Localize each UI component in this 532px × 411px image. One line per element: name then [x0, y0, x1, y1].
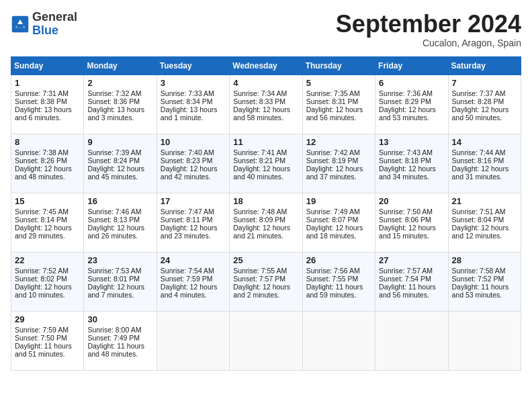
table-row: 23Sunrise: 7:53 AMSunset: 8:01 PMDayligh…	[84, 252, 157, 311]
table-row: 16Sunrise: 7:46 AMSunset: 8:13 PMDayligh…	[84, 193, 157, 252]
daylight-label: Daylight: 11 hours and 56 minutes.	[379, 283, 436, 299]
sunset-label: Sunset: 8:07 PM	[306, 216, 359, 224]
day-number: 18	[233, 196, 298, 206]
sunrise-label: Sunrise: 7:40 AM	[161, 148, 214, 156]
sunset-label: Sunset: 7:55 PM	[306, 275, 359, 283]
sunrise-label: Sunrise: 7:41 AM	[233, 148, 287, 156]
daylight-label: Daylight: 13 hours and 6 minutes.	[15, 105, 72, 122]
table-row: 8Sunrise: 7:38 AMSunset: 8:26 PMDaylight…	[11, 134, 84, 193]
daylight-label: Daylight: 11 hours and 51 minutes.	[15, 342, 72, 358]
sunrise-label: Sunrise: 7:51 AM	[452, 208, 506, 216]
sunrise-label: Sunrise: 7:57 AM	[379, 267, 433, 275]
sunset-label: Sunset: 8:34 PM	[161, 97, 213, 105]
calendar-row-0: 1Sunrise: 7:31 AMSunset: 8:38 PMDaylight…	[11, 75, 521, 134]
daylight-label: Daylight: 12 hours and 31 minutes.	[452, 165, 509, 181]
sunrise-label: Sunrise: 7:50 AM	[379, 208, 433, 216]
sunrise-label: Sunrise: 7:35 AM	[306, 89, 360, 97]
logo: General Blue	[11, 11, 77, 38]
day-number: 22	[15, 255, 80, 265]
sunset-label: Sunset: 7:50 PM	[15, 334, 67, 342]
sunrise-label: Sunrise: 7:46 AM	[87, 208, 141, 216]
table-row: 10Sunrise: 7:40 AMSunset: 8:23 PMDayligh…	[157, 134, 229, 193]
calendar-row-3: 22Sunrise: 7:52 AMSunset: 8:02 PMDayligh…	[11, 252, 521, 311]
sunset-label: Sunset: 8:33 PM	[233, 97, 285, 105]
day-number: 12	[306, 137, 371, 147]
sunset-label: Sunset: 8:02 PM	[15, 275, 67, 283]
day-number: 26	[306, 255, 371, 265]
daylight-label: Daylight: 12 hours and 48 minutes.	[15, 165, 72, 181]
table-row: 26Sunrise: 7:56 AMSunset: 7:55 PMDayligh…	[302, 252, 375, 311]
table-row: 29Sunrise: 7:59 AMSunset: 7:50 PMDayligh…	[11, 311, 84, 370]
daylight-label: Daylight: 12 hours and 4 minutes.	[161, 283, 218, 299]
sunrise-label: Sunrise: 7:53 AM	[87, 267, 141, 275]
sunset-label: Sunset: 8:14 PM	[15, 216, 67, 224]
day-number: 14	[452, 137, 517, 147]
sunset-label: Sunset: 8:18 PM	[379, 156, 431, 165]
sunset-label: Sunset: 8:16 PM	[452, 156, 504, 165]
day-number: 25	[233, 255, 298, 265]
table-row: 22Sunrise: 7:52 AMSunset: 8:02 PMDayligh…	[11, 252, 84, 311]
table-row: 11Sunrise: 7:41 AMSunset: 8:21 PMDayligh…	[230, 134, 302, 193]
sunset-label: Sunset: 8:13 PM	[87, 216, 140, 224]
sunrise-label: Sunrise: 7:52 AM	[15, 267, 69, 275]
daylight-label: Daylight: 12 hours and 45 minutes.	[87, 165, 144, 181]
sunset-label: Sunset: 7:57 PM	[233, 275, 285, 283]
sunset-label: Sunset: 8:24 PM	[87, 156, 140, 165]
day-number: 15	[15, 196, 80, 206]
daylight-label: Daylight: 13 hours and 1 minute.	[161, 105, 218, 122]
daylight-label: Daylight: 12 hours and 56 minutes.	[306, 105, 363, 122]
table-row: 25Sunrise: 7:55 AMSunset: 7:57 PMDayligh…	[230, 252, 302, 311]
day-number: 4	[233, 78, 298, 88]
table-row: 30Sunrise: 8:00 AMSunset: 7:49 PMDayligh…	[84, 311, 157, 370]
sunrise-label: Sunrise: 7:38 AM	[15, 148, 69, 156]
table-row: 24Sunrise: 7:54 AMSunset: 7:59 PMDayligh…	[157, 252, 229, 311]
daylight-label: Daylight: 11 hours and 59 minutes.	[306, 283, 363, 299]
table-row: 6Sunrise: 7:36 AMSunset: 8:29 PMDaylight…	[375, 75, 448, 134]
daylight-label: Daylight: 12 hours and 23 minutes.	[161, 224, 218, 240]
day-number: 21	[452, 196, 517, 206]
table-row	[157, 311, 229, 370]
table-row: 17Sunrise: 7:47 AMSunset: 8:11 PMDayligh…	[157, 193, 229, 252]
day-number: 8	[15, 137, 80, 147]
daylight-label: Daylight: 12 hours and 40 minutes.	[233, 165, 290, 181]
day-number: 23	[87, 255, 152, 265]
sunrise-label: Sunrise: 7:54 AM	[161, 267, 214, 275]
day-number: 2	[87, 78, 152, 88]
calendar-row-2: 15Sunrise: 7:45 AMSunset: 8:14 PMDayligh…	[11, 193, 521, 252]
table-row: 28Sunrise: 7:58 AMSunset: 7:52 PMDayligh…	[448, 252, 521, 311]
daylight-label: Daylight: 12 hours and 29 minutes.	[15, 224, 72, 240]
table-row: 9Sunrise: 7:39 AMSunset: 8:24 PMDaylight…	[84, 134, 157, 193]
sunrise-label: Sunrise: 7:33 AM	[161, 89, 214, 97]
table-row: 3Sunrise: 7:33 AMSunset: 8:34 PMDaylight…	[157, 75, 229, 134]
table-row	[375, 311, 448, 370]
sunrise-label: Sunrise: 7:31 AM	[15, 89, 69, 97]
month-title: September 2024	[336, 11, 521, 38]
sunrise-label: Sunrise: 8:00 AM	[87, 326, 141, 334]
daylight-label: Daylight: 12 hours and 10 minutes.	[15, 283, 72, 299]
sunrise-label: Sunrise: 7:32 AM	[87, 89, 141, 97]
sunset-label: Sunset: 8:21 PM	[233, 156, 285, 165]
sunset-label: Sunset: 8:26 PM	[15, 156, 67, 165]
day-number: 3	[161, 78, 226, 88]
table-row: 13Sunrise: 7:43 AMSunset: 8:18 PMDayligh…	[375, 134, 448, 193]
table-row: 20Sunrise: 7:50 AMSunset: 8:06 PMDayligh…	[375, 193, 448, 252]
table-row: 14Sunrise: 7:44 AMSunset: 8:16 PMDayligh…	[448, 134, 521, 193]
sunset-label: Sunset: 8:19 PM	[306, 156, 359, 165]
daylight-label: Daylight: 11 hours and 53 minutes.	[452, 283, 509, 299]
sunrise-label: Sunrise: 7:43 AM	[379, 148, 433, 156]
daylight-label: Daylight: 12 hours and 15 minutes.	[379, 224, 436, 240]
table-row: 19Sunrise: 7:49 AMSunset: 8:07 PMDayligh…	[302, 193, 375, 252]
table-row: 1Sunrise: 7:31 AMSunset: 8:38 PMDaylight…	[11, 75, 84, 134]
sunset-label: Sunset: 8:38 PM	[15, 97, 67, 105]
sunrise-label: Sunrise: 7:59 AM	[15, 326, 69, 334]
day-number: 29	[15, 314, 80, 324]
sunset-label: Sunset: 8:06 PM	[379, 216, 431, 224]
table-row: 7Sunrise: 7:37 AMSunset: 8:28 PMDaylight…	[448, 75, 521, 134]
sunset-label: Sunset: 7:54 PM	[379, 275, 431, 283]
sunrise-label: Sunrise: 7:58 AM	[452, 267, 506, 275]
day-number: 30	[87, 314, 152, 324]
sunrise-label: Sunrise: 7:55 AM	[233, 267, 287, 275]
daylight-label: Daylight: 12 hours and 53 minutes.	[379, 105, 436, 122]
table-row	[448, 311, 521, 370]
daylight-label: Daylight: 12 hours and 42 minutes.	[161, 165, 218, 181]
